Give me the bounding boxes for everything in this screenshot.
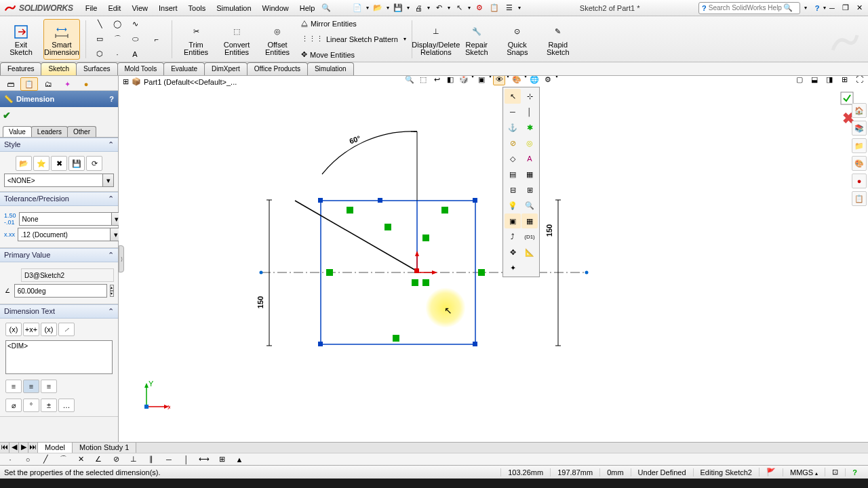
concentric-rel-icon[interactable]: ◎ — [521, 136, 538, 150]
help-search-input[interactable] — [709, 4, 783, 12]
close-icon[interactable]: ✕ — [853, 2, 865, 14]
tab-motion-study[interactable]: Motion Study 1 — [73, 443, 136, 453]
viewport-single-icon[interactable]: ▢ — [793, 76, 806, 85]
text-icon[interactable]: A — [127, 47, 143, 61]
tab-first-icon[interactable]: ⏮ — [0, 443, 9, 453]
fully-define-icon[interactable]: 🔍 — [521, 198, 538, 213]
search-icon[interactable]: 🔍 — [320, 2, 332, 14]
collinear-rel-icon[interactable]: ⊟ — [505, 182, 521, 197]
convert-entities-button[interactable]: ⬚Convert Entities — [218, 19, 255, 60]
sk-grid-icon[interactable]: ⊞ — [216, 454, 228, 465]
text-center-icon[interactable]: +x+ — [23, 323, 39, 336]
file-explorer-icon[interactable]: 📁 — [852, 138, 867, 153]
quick-snaps-button[interactable]: ⊙Quick Snaps — [499, 19, 536, 60]
tree-expand-icon[interactable]: ⊞ — [123, 77, 129, 86]
dimension-text-area[interactable] — [5, 340, 113, 374]
appearances-icon[interactable]: ● — [852, 174, 867, 188]
show-rel-icon[interactable]: 💡 — [505, 198, 521, 213]
repair-sketch-button[interactable]: 🔧Repair Sketch — [458, 19, 495, 60]
panel-expand-handle[interactable]: ⟩ — [119, 245, 124, 272]
tab-next-icon[interactable]: ▶ — [19, 443, 28, 453]
tab-mold-tools[interactable]: Mold Tools — [117, 62, 165, 75]
menu-window[interactable]: Window — [257, 2, 294, 14]
polygon-icon[interactable]: ⬡ — [92, 47, 108, 61]
section-view-icon[interactable]: ◧ — [444, 76, 456, 85]
view-palette-icon[interactable]: 🎨 — [852, 156, 867, 171]
apply-scene-icon[interactable]: 🌐 — [528, 76, 540, 85]
subtab-leaders[interactable]: Leaders — [31, 126, 68, 137]
help-icon[interactable]: ? — [811, 2, 823, 14]
style-add-icon[interactable]: ⭐ — [33, 156, 50, 171]
text-prefix-icon[interactable]: (x) — [5, 323, 22, 336]
sk-point-icon[interactable]: · — [4, 454, 16, 465]
ellipse-icon[interactable]: ⬭ — [127, 33, 143, 46]
rectangle-icon[interactable]: ▭ — [92, 33, 108, 46]
move-entities-button[interactable]: ✥Move Entities — [301, 48, 406, 62]
horizontal-rel-icon[interactable]: ─ — [505, 104, 521, 119]
vertical-rel-icon[interactable]: │ — [521, 104, 538, 119]
smart-dimension-button[interactable]: ⟷ Smart Dimension — [43, 19, 80, 60]
text-suffix-icon[interactable]: (x) — [41, 323, 57, 336]
style-section-header[interactable]: Style⌃ — [0, 138, 118, 152]
undo-icon[interactable]: ↶ — [433, 2, 445, 14]
status-flag-icon[interactable]: 🚩 — [759, 468, 783, 476]
tab-features[interactable]: Features — [0, 62, 41, 75]
minimize-icon[interactable]: ─ — [826, 2, 838, 14]
viewport-four-icon[interactable]: ⊞ — [838, 76, 850, 85]
pm-help-icon[interactable]: ? — [109, 95, 114, 103]
menu-edit[interactable]: Edit — [102, 2, 126, 14]
menu-view[interactable]: View — [126, 2, 153, 14]
spin-down-icon[interactable]: ▾ — [110, 291, 114, 297]
save-icon[interactable]: 💾 — [392, 2, 404, 14]
pm-ok-button[interactable]: ✔ — [0, 107, 118, 123]
dim-name-icon[interactable]: (D1) — [521, 229, 538, 244]
subtab-value[interactable]: Value — [3, 126, 32, 137]
sk-arc-icon[interactable]: ⌒ — [57, 454, 69, 465]
sk-angle-icon[interactable]: ∠ — [92, 454, 104, 465]
help-search[interactable]: ? 🔍 — [698, 2, 800, 14]
right-dimension[interactable]: 150 — [545, 224, 553, 237]
offset-entities-button[interactable]: ◎Offset Entities — [259, 19, 296, 60]
restore-icon[interactable]: ❐ — [840, 2, 852, 14]
midpoint-rel-icon[interactable]: ◇ — [505, 151, 521, 166]
tab-evaluate[interactable]: Evaluate — [163, 62, 205, 75]
custom-props-icon[interactable]: 📋 — [852, 191, 867, 206]
spin-up-icon[interactable]: ▴ — [110, 285, 114, 291]
options-icon[interactable]: 📋 — [488, 2, 500, 14]
perpendicular-rel-icon[interactable]: A — [521, 151, 538, 166]
style-select[interactable] — [4, 174, 103, 187]
new-icon[interactable]: 📄 — [351, 2, 363, 14]
tangent-rel-icon[interactable]: ⊘ — [505, 136, 521, 150]
view-settings-icon[interactable]: ⚙ — [542, 76, 554, 85]
display-relations-button[interactable]: ⊥Display/Delete Relations — [418, 19, 454, 60]
sk-parallel-icon[interactable]: ∥ — [145, 454, 157, 465]
auto-solve-icon[interactable]: ▦ — [521, 214, 538, 228]
dimension-name-field[interactable] — [21, 268, 114, 282]
symbol-more-icon[interactable]: … — [58, 399, 75, 412]
rapid-sketch-button[interactable]: ✎Rapid Sketch — [540, 19, 576, 60]
fix-rel-icon[interactable]: ⚓ — [505, 120, 521, 135]
line-icon[interactable]: ╲ — [92, 18, 108, 31]
justify-left-icon[interactable]: ≡ — [5, 380, 22, 393]
pm-tab-dimxpert-icon[interactable]: ✦ — [58, 77, 76, 91]
previous-view-icon[interactable]: ↩ — [431, 76, 443, 85]
style-load-icon[interactable]: 📂 — [16, 156, 32, 171]
resources-icon[interactable]: 🏠 — [852, 103, 867, 118]
sk-vert-icon[interactable]: │ — [180, 454, 193, 465]
tab-last-icon[interactable]: ⏭ — [28, 443, 38, 453]
hide-show-icon[interactable]: 👁 — [493, 76, 505, 85]
text-link-icon[interactable]: ⟋ — [58, 323, 75, 336]
exit-icon[interactable]: ✦ — [505, 260, 521, 275]
tolerance-type-select[interactable] — [19, 212, 112, 226]
left-dimension[interactable]: 150 — [256, 296, 264, 308]
edit-appearance-icon[interactable]: 🎨 — [511, 76, 523, 85]
tab-sketch[interactable]: Sketch — [41, 62, 77, 75]
menu-file[interactable]: File — [80, 2, 103, 14]
grid-icon[interactable]: ⊞ — [521, 182, 538, 197]
dimension-text-section-header[interactable]: Dimension Text⌃ — [0, 304, 118, 319]
arc-icon[interactable]: ⌒ — [109, 33, 125, 46]
primary-value-section-header[interactable]: Primary Value⌃ — [0, 248, 118, 262]
sk-perp-icon[interactable]: ⊥ — [127, 454, 140, 465]
display-style-icon[interactable]: ▣ — [475, 76, 488, 85]
rebuild-icon[interactable]: ⚙ — [473, 2, 486, 14]
